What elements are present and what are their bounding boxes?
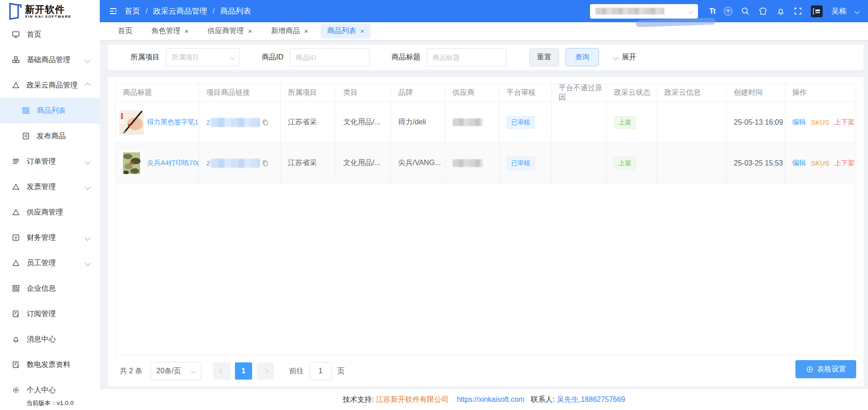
sidebar-item-label: 商品列表: [37, 106, 66, 116]
audit-status-badge: 已审核: [507, 116, 535, 129]
product-image-pen[interactable]: [119, 110, 144, 135]
col-header: 操作: [785, 84, 856, 102]
sidebar-item-publish-goods[interactable]: 发布商品: [0, 123, 100, 149]
language-icon[interactable]: 中: [724, 7, 732, 15]
sidebar-item-messages[interactable]: 消息中心: [0, 327, 100, 352]
doc-pen-icon: [12, 310, 20, 318]
header-select[interactable]: [590, 4, 698, 19]
sidebar-item-finance[interactable]: 财务管理: [0, 225, 100, 250]
sidebar-item-subscription[interactable]: 订阅管理: [0, 301, 100, 327]
monitor-icon: [12, 30, 20, 39]
sidebar-item-home[interactable]: 首页: [0, 22, 100, 47]
redacted-select-value: [595, 8, 664, 15]
goto-page-input[interactable]: [309, 362, 332, 380]
bell-icon[interactable]: [776, 7, 785, 15]
sidebar-item-zcy-goods[interactable]: 政采云商品管理: [0, 73, 100, 98]
product-id-input[interactable]: [290, 48, 370, 66]
tab-goods-list[interactable]: 商品列表×: [321, 24, 371, 39]
edit-action[interactable]: 编辑: [792, 118, 806, 127]
cell-category: 文化用品/...: [336, 102, 391, 143]
close-icon[interactable]: ×: [248, 28, 252, 34]
product-title-link[interactable]: 尖兵A4打印纸70g 5: [147, 159, 199, 167]
shelf-toggle-action[interactable]: 上下架: [834, 118, 855, 127]
current-page-button[interactable]: 1: [235, 362, 252, 380]
close-icon[interactable]: ×: [304, 28, 308, 34]
product-link[interactable]: 2: [206, 159, 210, 167]
tab-home[interactable]: 首页: [112, 24, 139, 39]
sidebar-item-label: 数电发票资料: [27, 360, 70, 370]
chevron-down-icon[interactable]: [854, 9, 859, 14]
prev-page-button[interactable]: [213, 362, 230, 380]
website-link[interactable]: https://xinkaisoft.com: [457, 395, 524, 404]
product-title-input[interactable]: [427, 48, 507, 66]
copy-icon[interactable]: [262, 160, 268, 166]
font-size-icon[interactable]: Tt: [709, 7, 715, 15]
tab-supplier-management[interactable]: 供应商管理×: [201, 24, 258, 39]
col-header: 平台不通过原因: [551, 84, 607, 102]
theme-icon[interactable]: [758, 7, 768, 15]
sidebar-item-base-goods[interactable]: 基础商品管理: [0, 47, 100, 73]
redacted-supplier: [453, 159, 483, 167]
breadcrumb-section[interactable]: 政采云商品管理: [153, 6, 207, 16]
menu-fold-icon[interactable]: [109, 7, 117, 15]
copy-icon[interactable]: [262, 119, 268, 126]
fullscreen-icon[interactable]: [794, 7, 802, 15]
expand-toggle[interactable]: 展开: [614, 53, 636, 62]
search-icon[interactable]: [741, 7, 750, 15]
sidebar-item-staff[interactable]: 员工管理: [0, 250, 100, 276]
skus-action[interactable]: SKUS: [811, 118, 829, 126]
grid-icon: [22, 107, 30, 115]
sidebar-item-label: 员工管理: [27, 259, 56, 268]
grid-icon: [12, 284, 20, 293]
close-icon[interactable]: ×: [185, 28, 189, 34]
sidebar-item-goods-list[interactable]: 商品列表: [0, 98, 100, 123]
col-header: 政采云状态: [607, 84, 657, 102]
sidebar-item-label: 消息中心: [27, 335, 56, 344]
edit-action[interactable]: 编辑: [792, 159, 806, 167]
skus-action[interactable]: SKUS: [811, 159, 829, 167]
products-table: 商品标题 项目商品链接 所属项目 类目 品牌 供应商 平台审核 平台不通过原因 …: [115, 83, 856, 356]
app-logo: 新开软件 XIN KAI SOFTWARE: [0, 0, 100, 23]
total-count: 共 2 条: [120, 366, 142, 376]
page-size-select[interactable]: 20条/页: [151, 362, 201, 380]
table-settings-button[interactable]: 表格设置: [795, 360, 856, 378]
table-row: 尖兵A4打印纸70g 5 2 江苏省采 文化用品/... 尖兵/VANG... …: [116, 143, 856, 184]
product-title-link[interactable]: 得力黑色签字笔12支: [147, 118, 199, 127]
close-icon[interactable]: ×: [360, 28, 364, 34]
sidebar-item-invoices[interactable]: 发票管理: [0, 174, 100, 200]
project-filter-select[interactable]: 所属项目: [166, 48, 240, 66]
sidebar-item-einvoice-data[interactable]: 数电发票资料: [0, 352, 100, 377]
sidebar-item-company-info[interactable]: 企业信息: [0, 276, 100, 301]
reset-button[interactable]: 重置: [529, 48, 559, 66]
breadcrumb: 首页 / 政采云商品管理 / 商品列表: [125, 6, 251, 16]
company-link[interactable]: 江苏新开软件有限公司: [376, 395, 449, 405]
logo-mark-icon: [7, 3, 22, 20]
tab-new-product[interactable]: 新增商品×: [265, 24, 315, 39]
sidebar-item-orders[interactable]: 订单管理: [0, 149, 100, 174]
query-button[interactable]: 查询: [566, 48, 599, 66]
product-link[interactable]: 2: [206, 118, 210, 126]
chevron-down-icon: [85, 184, 91, 190]
avatar[interactable]: [811, 5, 823, 17]
breadcrumb-home[interactable]: 首页: [125, 6, 140, 16]
sidebar-item-label: 发布商品: [37, 132, 66, 141]
redacted-link: [211, 118, 260, 127]
next-page-button[interactable]: [257, 362, 274, 380]
breadcrumb-current: 商品列表: [220, 6, 251, 16]
contact-link[interactable]: 吴先生,18862757669: [557, 395, 625, 405]
chevron-up-icon: [85, 83, 91, 88]
document-icon: [22, 132, 30, 140]
cell-zcy-info: [657, 143, 727, 184]
sidebar-item-label: 个人中心: [27, 386, 56, 395]
table-card: 商品标题 项目商品链接 所属项目 类目 品牌 供应商 平台审核 平台不通过原因 …: [108, 77, 863, 386]
gear-icon: [12, 386, 20, 394]
product-image-paper[interactable]: [119, 151, 144, 176]
tab-role-management[interactable]: 角色管理×: [145, 24, 195, 39]
sidebar-item-suppliers[interactable]: 供应商管理: [0, 200, 100, 225]
redacted-supplier: [453, 118, 483, 126]
cell-category: 文化用品/...: [336, 143, 391, 184]
sidebar-item-label: 企业信息: [27, 284, 56, 293]
col-header: 品牌: [391, 84, 445, 102]
shelf-toggle-action[interactable]: 上下架: [834, 159, 855, 167]
username[interactable]: 吴栋: [831, 6, 847, 16]
